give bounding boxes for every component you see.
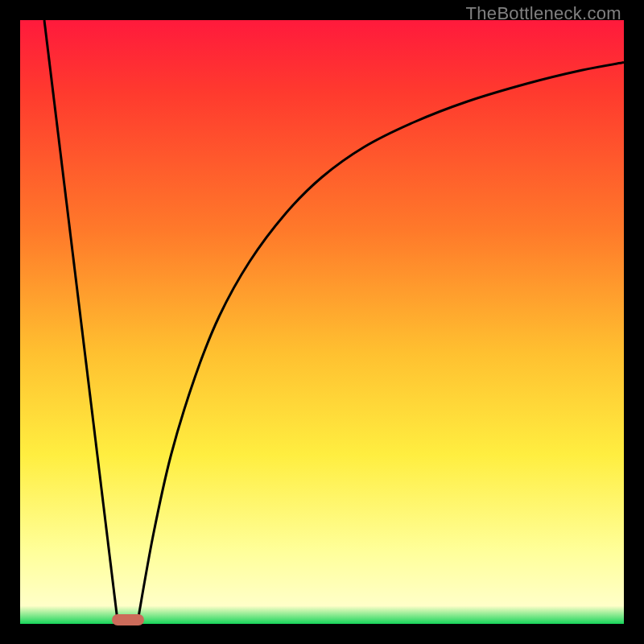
- optimal-marker: [112, 614, 144, 625]
- watermark-text: TheBottleneck.com: [466, 3, 621, 24]
- bottleneck-chart: [20, 20, 624, 624]
- chart-frame: [20, 20, 624, 624]
- gradient-background: [20, 20, 624, 624]
